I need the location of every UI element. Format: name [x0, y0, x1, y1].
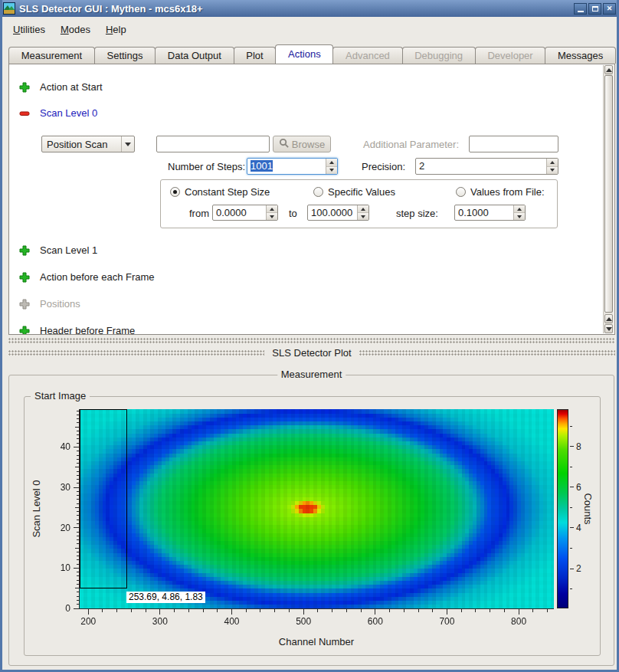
browse-icon — [279, 138, 289, 150]
y-minor-tick — [77, 584, 79, 585]
constant-step-size-radio[interactable] — [170, 187, 180, 197]
scan-level-0-label: Scan Level 0 — [40, 107, 97, 119]
y-minor-tick — [77, 575, 79, 576]
spin-up-icon[interactable] — [514, 205, 525, 213]
colorbar-tick — [570, 446, 574, 447]
y-minor-tick — [77, 564, 79, 565]
from-spinbox[interactable]: 0.0000 — [212, 205, 278, 221]
heatmap-canvas[interactable] — [80, 409, 554, 608]
vertical-scrollbar[interactable] — [603, 65, 614, 333]
expand-plus-icon[interactable] — [18, 325, 31, 336]
spin-buttons[interactable] — [326, 159, 337, 174]
y-minor-tick — [77, 532, 79, 533]
y-minor-tick — [77, 455, 79, 456]
from-label: from — [189, 207, 209, 220]
y-tick-label: 20 — [49, 523, 70, 533]
collapse-minus-icon[interactable] — [18, 107, 31, 120]
expand-plus-icon[interactable] — [18, 244, 31, 257]
to-spinbox[interactable]: 100.0000 — [307, 205, 369, 221]
browse-label: Browse — [292, 139, 325, 150]
close-button[interactable]: ✕ — [603, 3, 616, 15]
app-icon — [3, 2, 15, 15]
scan-level-0-row[interactable]: Scan Level 0 — [18, 107, 97, 120]
colorbar — [557, 409, 568, 608]
splitter-handle[interactable] — [8, 338, 615, 344]
x-minor-tick — [547, 609, 548, 612]
spin-down-icon[interactable] — [326, 167, 337, 175]
header-before-frame-row[interactable]: Header before Frame — [18, 324, 135, 335]
x-tick — [375, 609, 375, 615]
number-of-steps-value: 1001 — [251, 160, 273, 172]
scan-file-input[interactable] — [156, 136, 270, 152]
action-at-start-row[interactable]: Action at Start — [18, 80, 103, 93]
y-minor-tick — [77, 418, 79, 419]
spin-down-icon[interactable] — [358, 213, 368, 220]
y-minor-tick — [77, 592, 79, 592]
spin-up-icon[interactable] — [326, 159, 337, 167]
tab-actions[interactable]: Actions — [275, 44, 333, 64]
x-tick-label: 300 — [146, 616, 174, 627]
x-minor-tick — [274, 609, 275, 612]
spin-buttons[interactable] — [546, 159, 558, 174]
scrollbar-thumb[interactable] — [604, 75, 613, 313]
spin-down-icon[interactable] — [547, 167, 558, 175]
spin-up-icon[interactable] — [358, 205, 368, 213]
minimize-button[interactable] — [574, 3, 587, 15]
precision-value: 2 — [416, 159, 546, 174]
colorbar-minor-tick — [570, 548, 572, 549]
step-size-spinbox[interactable]: 0.1000 — [454, 205, 526, 221]
tab-advanced: Advanced — [332, 47, 402, 64]
colorbar-tick — [570, 487, 574, 487]
spin-buttons[interactable] — [357, 205, 368, 220]
precision-spinbox[interactable]: 2 — [415, 158, 558, 175]
spin-buttons[interactable] — [266, 205, 277, 220]
y-minor-tick — [75, 548, 79, 549]
colorbar-tick — [570, 569, 574, 569]
y-minor-tick — [77, 596, 79, 597]
spin-buttons[interactable] — [513, 205, 525, 220]
minimize-icon — [578, 11, 584, 12]
cursor-readout: 253.69, 4.86, 1.83 — [126, 592, 205, 603]
scroll-up-button-bottom[interactable] — [604, 314, 613, 323]
tab-settings[interactable]: Settings — [94, 47, 156, 64]
y-minor-tick — [77, 543, 79, 544]
y-minor-tick — [75, 588, 79, 588]
values-from-file-radio[interactable] — [456, 187, 466, 197]
tab-measurement[interactable]: Measurement — [8, 47, 95, 64]
spin-down-icon[interactable] — [514, 213, 525, 220]
menu-modes[interactable]: Modes — [54, 21, 97, 38]
y-minor-tick — [77, 471, 79, 472]
expand-plus-icon[interactable] — [18, 271, 31, 284]
chevron-down-icon[interactable] — [121, 136, 134, 152]
additional-parameter-input[interactable] — [469, 136, 558, 152]
colorbar-tick-label: 2 — [576, 563, 591, 574]
action-before-each-frame-row[interactable]: Action before each Frame — [18, 270, 155, 284]
scan-mode-select[interactable]: Position Scan — [41, 136, 135, 152]
tab-developer: Developer — [475, 47, 546, 64]
tab-plot[interactable]: Plot — [234, 47, 277, 64]
scroll-up-button[interactable] — [604, 65, 613, 74]
y-minor-tick — [77, 411, 79, 411]
y-minor-tick — [77, 463, 79, 464]
x-minor-tick — [116, 609, 117, 612]
number-of-steps-spinbox[interactable]: 1001 — [247, 158, 338, 175]
expand-plus-icon[interactable] — [18, 81, 31, 93]
dock-titlebar[interactable]: SLS Detector Plot — [8, 347, 615, 359]
scroll-down-button[interactable] — [604, 324, 613, 333]
arrow-up-icon — [606, 317, 612, 321]
y-minor-tick — [77, 536, 79, 536]
spin-up-icon[interactable] — [267, 205, 277, 213]
scan-level-1-row[interactable]: Scan Level 1 — [18, 244, 97, 257]
x-minor-tick — [490, 609, 490, 612]
colorbar-minor-tick — [570, 426, 572, 427]
tab-data-output[interactable]: Data Output — [155, 47, 234, 64]
menu-help[interactable]: Help — [100, 21, 133, 38]
x-minor-tick — [432, 609, 433, 612]
tab-messages[interactable]: Messages — [545, 47, 616, 64]
menu-utilities[interactable]: Utilities — [7, 21, 51, 38]
specific-values-radio[interactable] — [313, 187, 323, 197]
arrow-up-icon — [606, 68, 612, 72]
maximize-button[interactable] — [588, 3, 601, 15]
spin-down-icon[interactable] — [267, 213, 277, 220]
spin-up-icon[interactable] — [547, 159, 558, 167]
